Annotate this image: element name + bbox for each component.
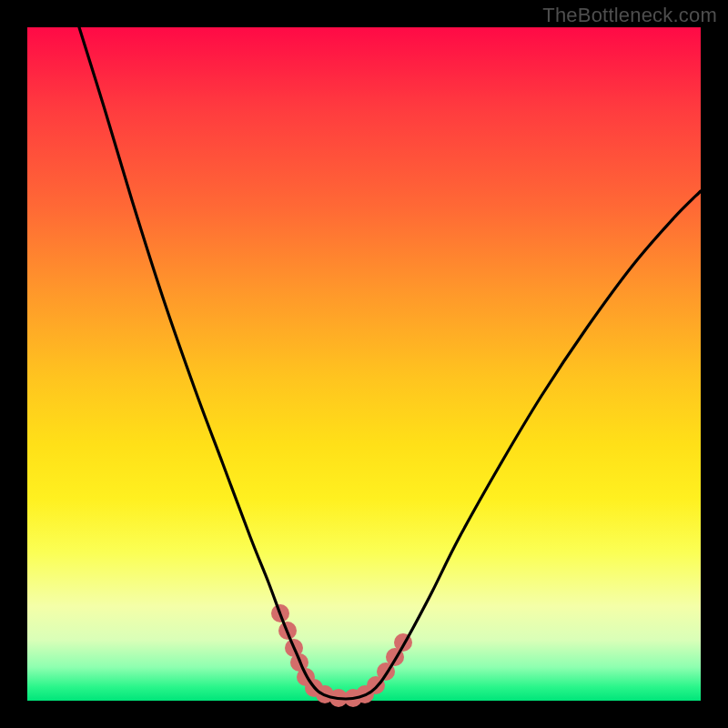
foot-markers [271, 604, 412, 707]
chart-svg [27, 27, 701, 701]
bottleneck-curve [79, 27, 701, 699]
chart-frame: TheBottleneck.com [0, 0, 728, 728]
watermark-text: TheBottleneck.com [542, 4, 717, 27]
